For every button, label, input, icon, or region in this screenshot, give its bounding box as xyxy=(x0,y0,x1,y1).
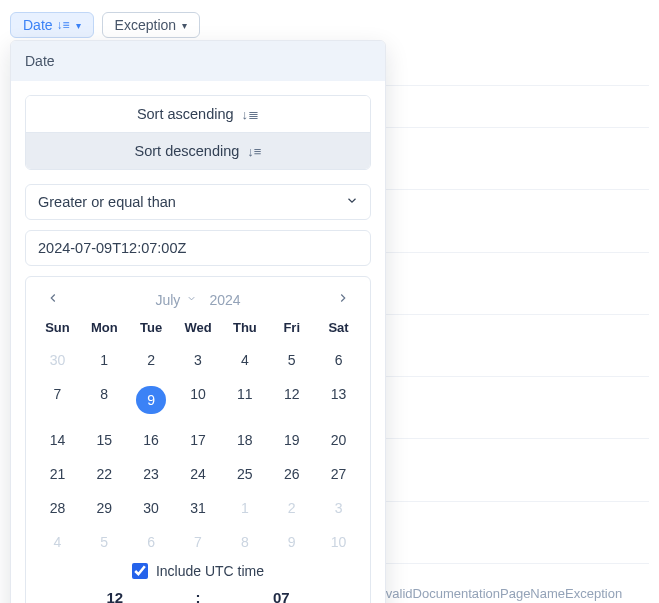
calendar-day[interactable]: 25 xyxy=(221,461,268,487)
calendar-day[interactable]: 31 xyxy=(175,495,222,521)
calendar-day[interactable]: 15 xyxy=(81,427,128,453)
calendar-day: 7 xyxy=(175,529,222,555)
comparator-select[interactable]: Greater or equal than xyxy=(25,184,371,220)
sort-descending-label: Sort descending xyxy=(135,143,240,159)
time-row: 12 : 07 xyxy=(34,583,362,603)
include-utc-checkbox[interactable] xyxy=(132,563,148,579)
sort-desc-icon: ↓≡ xyxy=(57,18,70,32)
sort-asc-icon: ↓≣ xyxy=(242,107,260,122)
calendar-day: 4 xyxy=(34,529,81,555)
calendar-day: 9 xyxy=(268,529,315,555)
calendar-year-label[interactable]: 2024 xyxy=(209,292,240,308)
include-utc-row: Include UTC time xyxy=(34,555,362,583)
calendar-day[interactable]: 30 xyxy=(128,495,175,521)
calendar-dow: Fri xyxy=(268,318,315,339)
calendar-day[interactable]: 8 xyxy=(81,381,128,419)
calendar-title: July 2024 xyxy=(155,292,240,308)
calendar-dow: Mon xyxy=(81,318,128,339)
sort-group: Sort ascending ↓≣ Sort descending ↓≡ xyxy=(25,95,371,170)
calendar-day[interactable]: 5 xyxy=(268,347,315,373)
date-input-wrap xyxy=(25,230,371,266)
calendar-day[interactable]: 1 xyxy=(81,347,128,373)
sort-descending-button[interactable]: Sort descending ↓≡ xyxy=(26,132,370,169)
calendar-day: 5 xyxy=(81,529,128,555)
calendar-day[interactable]: 2 xyxy=(128,347,175,373)
calendar-day[interactable]: 29 xyxy=(81,495,128,521)
calendar-day: 30 xyxy=(34,347,81,373)
include-utc-label: Include UTC time xyxy=(156,563,264,579)
calendar-month-label: July xyxy=(155,292,180,308)
calendar-day[interactable]: 12 xyxy=(268,381,315,419)
calendar-day: 3 xyxy=(315,495,362,521)
calendar-day[interactable]: 13 xyxy=(315,381,362,419)
chevron-down-icon: ▾ xyxy=(76,20,81,31)
time-hour[interactable]: 12 xyxy=(34,589,196,603)
calendar-day[interactable]: 4 xyxy=(221,347,268,373)
calendar-dow: Sun xyxy=(34,318,81,339)
calendar-day[interactable]: 21 xyxy=(34,461,81,487)
calendar-day[interactable]: 7 xyxy=(34,381,81,419)
calendar: July 2024 SunMonTueWedThuFriSat301234567… xyxy=(25,276,371,603)
sort-desc-icon: ↓≡ xyxy=(247,144,261,159)
filter-chip-date[interactable]: Date ↓≡ ▾ xyxy=(10,12,94,38)
calendar-dow: Wed xyxy=(175,318,222,339)
chevron-down-icon xyxy=(186,293,197,306)
calendar-day[interactable]: 11 xyxy=(221,381,268,419)
sort-ascending-button[interactable]: Sort ascending ↓≣ xyxy=(26,96,370,132)
dropdown-header: Date xyxy=(11,41,385,81)
calendar-day: 2 xyxy=(268,495,315,521)
calendar-day[interactable]: 18 xyxy=(221,427,268,453)
calendar-month-select[interactable]: July xyxy=(155,292,197,308)
date-filter-dropdown: Date Sort ascending ↓≣ Sort descending ↓… xyxy=(10,40,386,603)
calendar-day[interactable]: 22 xyxy=(81,461,128,487)
calendar-day[interactable]: 23 xyxy=(128,461,175,487)
calendar-day: 1 xyxy=(221,495,268,521)
calendar-next-button[interactable] xyxy=(330,289,356,310)
calendar-day[interactable]: 14 xyxy=(34,427,81,453)
calendar-day[interactable]: 26 xyxy=(268,461,315,487)
calendar-dow: Tue xyxy=(128,318,175,339)
calendar-dow: Sat xyxy=(315,318,362,339)
calendar-day[interactable]: 10 xyxy=(175,381,222,419)
calendar-day[interactable]: 24 xyxy=(175,461,222,487)
chevron-down-icon: ▾ xyxy=(182,20,187,31)
calendar-day[interactable]: 9 xyxy=(128,381,175,419)
filter-chip-date-label: Date xyxy=(23,17,53,33)
time-minute[interactable]: 07 xyxy=(201,589,363,603)
calendar-day[interactable]: 19 xyxy=(268,427,315,453)
calendar-day[interactable]: 6 xyxy=(315,347,362,373)
calendar-day: 10 xyxy=(315,529,362,555)
sort-ascending-label: Sort ascending xyxy=(137,106,234,122)
comparator-value: Greater or equal than xyxy=(25,184,371,220)
filter-chip-exception[interactable]: Exception ▾ xyxy=(102,12,200,38)
calendar-day[interactable]: 27 xyxy=(315,461,362,487)
calendar-day[interactable]: 17 xyxy=(175,427,222,453)
calendar-prev-button[interactable] xyxy=(40,289,66,310)
date-input[interactable] xyxy=(25,230,371,266)
calendar-day: 8 xyxy=(221,529,268,555)
calendar-dow: Thu xyxy=(221,318,268,339)
filter-chip-exception-label: Exception xyxy=(115,17,176,33)
calendar-day[interactable]: 3 xyxy=(175,347,222,373)
calendar-grid: SunMonTueWedThuFriSat3012345678910111213… xyxy=(34,318,362,555)
calendar-day[interactable]: 28 xyxy=(34,495,81,521)
calendar-day[interactable]: 20 xyxy=(315,427,362,453)
calendar-day: 6 xyxy=(128,529,175,555)
calendar-day[interactable]: 16 xyxy=(128,427,175,453)
